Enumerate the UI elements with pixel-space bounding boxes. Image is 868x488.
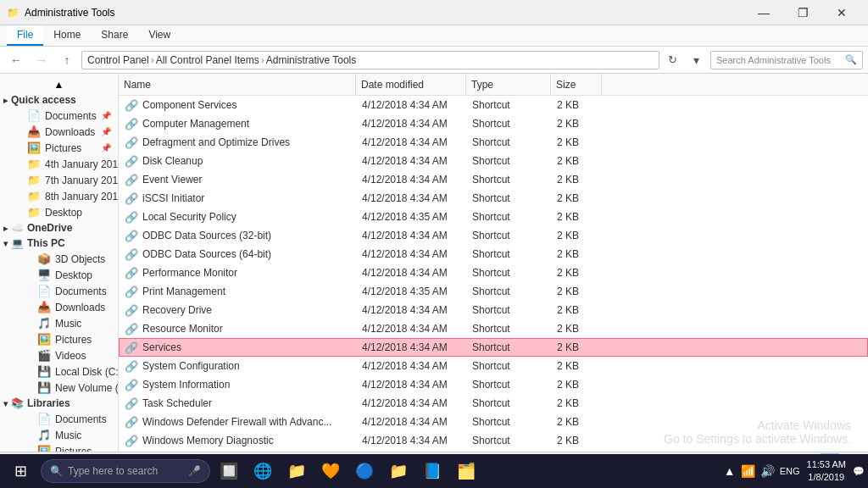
table-row[interactable]: 🔗Resource Monitor4/12/2018 4:34 AMShortc… xyxy=(119,319,868,338)
file-size-cell: 2 KB xyxy=(552,136,603,148)
table-row[interactable]: 🔗ODBC Data Sources (64-bit)4/12/2018 4:3… xyxy=(119,245,868,263)
refresh-button[interactable]: ↻ xyxy=(663,51,682,69)
sidebar-item-localdisk[interactable]: 💾 Local Disk (C:) xyxy=(0,363,118,380)
sidebar-item-documents-lib[interactable]: 📄 Documents xyxy=(0,411,118,427)
col-header-date[interactable]: Date modified xyxy=(356,74,466,95)
tab-view[interactable]: View xyxy=(138,25,181,46)
sidebar-group-onedrive[interactable]: ▸ ☁️ OneDrive xyxy=(0,220,118,236)
mic-button[interactable]: 🎤 xyxy=(188,465,201,477)
sidebar-item-desktop-qa[interactable]: 📁 Desktop xyxy=(0,204,118,220)
table-row[interactable]: 🔗iSCSI Initiator4/12/2018 4:34 AMShortcu… xyxy=(119,189,868,208)
sidebar-item-downloads[interactable]: 📥 Downloads 📌 xyxy=(0,124,118,140)
clock[interactable]: 11:53 AM 1/8/2019 xyxy=(807,458,846,485)
forward-button[interactable]: → xyxy=(31,49,53,71)
lang-indicator[interactable]: ENG xyxy=(780,466,800,476)
volume-icon[interactable]: 🔊 xyxy=(760,464,775,478)
file-type-cell: Shortcut xyxy=(467,174,552,186)
documents-icon: 📄 xyxy=(27,109,41,122)
table-row[interactable]: 🔗Windows Memory Diagnostic4/12/2018 4:34… xyxy=(119,431,868,450)
col-header-size[interactable]: Size xyxy=(551,74,602,95)
pictures-icon: 🖼️ xyxy=(27,141,41,154)
sidebar-item-3dobjects[interactable]: 📦 3D Objects xyxy=(0,251,118,267)
table-row[interactable]: 🔗ODBC Data Sources (32-bit)4/12/2018 4:3… xyxy=(119,226,868,245)
clock-time: 11:53 AM xyxy=(807,458,846,471)
tab-share[interactable]: Share xyxy=(91,25,138,46)
tray-arrow[interactable]: ▲ xyxy=(724,464,736,478)
path-part-3[interactable]: Administrative Tools xyxy=(266,54,357,66)
table-row[interactable]: 🔗Computer Management4/12/2018 4:34 AMSho… xyxy=(119,114,868,133)
table-row[interactable]: 🔗Disk Cleanup4/12/2018 4:34 AMShortcut2 … xyxy=(119,152,868,170)
sidebar-item-label: 4th January 2019 xyxy=(45,158,118,170)
notification-button[interactable]: 💬 xyxy=(853,466,865,477)
sidebar-item-music-lib[interactable]: 🎵 Music xyxy=(0,427,118,443)
file-list-container: Name Date modified Type Size 🔗Component … xyxy=(119,74,868,452)
file-date-cell: 4/12/2018 4:34 AM xyxy=(357,360,467,372)
sidebar-item-pictures-lib[interactable]: 🖼️ Pictures xyxy=(0,443,118,452)
file-size-cell: 2 KB xyxy=(552,248,603,260)
sidebar-item-videos-pc[interactable]: 🎬 Videos xyxy=(0,347,118,363)
sidebar-item-4thjan[interactable]: 📁 4th January 2019 xyxy=(0,156,118,172)
skype-button[interactable]: 🗂️ xyxy=(451,456,481,486)
file-size-cell: 2 KB xyxy=(552,379,603,391)
sidebar-item-pictures-pc[interactable]: 🖼️ Pictures xyxy=(0,331,118,347)
sidebar-item-documents[interactable]: 📄 Documents 📌 xyxy=(0,108,118,124)
word-button[interactable]: 📘 xyxy=(417,456,448,486)
col-header-name[interactable]: Name xyxy=(119,74,356,95)
back-button[interactable]: ← xyxy=(5,49,27,71)
table-row[interactable]: 🔗System Information4/12/2018 4:34 AMShor… xyxy=(119,375,868,394)
sidebar-item-7thjan[interactable]: 📁 7th January 2019 xyxy=(0,172,118,188)
maximize-button[interactable]: ❐ xyxy=(783,0,822,25)
close-button[interactable]: ✕ xyxy=(822,0,861,25)
sidebar-item-downloads-pc[interactable]: 📥 Downloads xyxy=(0,299,118,315)
search-box[interactable]: Search Administrative Tools 🔍 xyxy=(710,51,863,69)
file-type-cell: Shortcut xyxy=(467,323,552,335)
sidebar-item-label: Downloads xyxy=(55,302,105,313)
sidebar-item-music-pc[interactable]: 🎵 Music xyxy=(0,315,118,331)
sidebar-group-libraries[interactable]: ▾ 📚 Libraries xyxy=(0,396,118,411)
table-row[interactable]: 🔗Local Security Policy4/12/2018 4:35 AMS… xyxy=(119,208,868,226)
file-icon: 🔗 xyxy=(125,248,138,261)
clock-date: 1/8/2019 xyxy=(807,471,846,484)
path-part-2[interactable]: All Control Panel Items xyxy=(156,54,259,66)
minimize-button[interactable]: — xyxy=(744,0,783,25)
dropdown-button[interactable]: ▾ xyxy=(685,49,707,71)
table-row[interactable]: 🔗Recovery Drive4/12/2018 4:34 AMShortcut… xyxy=(119,301,868,319)
sidebar-item-label: Documents xyxy=(55,413,107,425)
sidebar-item-pictures[interactable]: 🖼️ Pictures 📌 xyxy=(0,140,118,156)
start-button[interactable]: ⊞ xyxy=(3,454,37,488)
scroll-up[interactable]: ▲ xyxy=(0,77,118,92)
search-icon[interactable]: 🔍 xyxy=(845,54,857,65)
taskview-button[interactable]: 🔲 xyxy=(214,456,244,486)
chrome-button[interactable]: 🔵 xyxy=(349,456,380,486)
edge-button[interactable]: 🌐 xyxy=(248,456,278,486)
taskbar-search[interactable]: 🔍 Type here to search 🎤 xyxy=(41,459,210,483)
tab-file[interactable]: File xyxy=(7,25,43,46)
table-row[interactable]: 🔗Windows Defender Firewall with Advanc..… xyxy=(119,413,868,431)
up-button[interactable]: ↑ xyxy=(56,49,78,71)
sidebar-item-newvolume[interactable]: 💾 New Volume (D:) xyxy=(0,380,118,396)
sidebar-item-desktop-pc[interactable]: 🖥️ Desktop xyxy=(0,267,118,283)
sidebar-group-thispc[interactable]: ▾ 💻 This PC xyxy=(0,236,118,251)
arrow-icon: ▾ xyxy=(3,239,8,248)
sidebar-group-quick-access[interactable]: ▸ Quick access xyxy=(0,92,118,108)
file-size-cell: 2 KB xyxy=(552,360,603,372)
table-row[interactable]: 🔗System Configuration4/12/2018 4:34 AMSh… xyxy=(119,357,868,375)
address-path[interactable]: Control Panel › All Control Panel Items … xyxy=(81,51,659,69)
table-row[interactable]: 🔗Performance Monitor4/12/2018 4:34 AMSho… xyxy=(119,263,868,282)
table-row[interactable]: 🔗Event Viewer4/12/2018 4:34 AMShortcut2 … xyxy=(119,170,868,189)
tab-home[interactable]: Home xyxy=(43,25,91,46)
table-row[interactable]: 🔗Component Services4/12/2018 4:34 AMShor… xyxy=(119,96,868,114)
network-icon[interactable]: 📶 xyxy=(741,464,755,478)
file-type-cell: Shortcut xyxy=(467,248,552,260)
explorer-button[interactable]: 📁 xyxy=(281,456,312,486)
col-header-type[interactable]: Type xyxy=(466,74,551,95)
path-part-1[interactable]: Control Panel xyxy=(87,54,149,66)
sidebar-item-8thjan[interactable]: 📁 8th January 2019 xyxy=(0,188,118,204)
sidebar-item-documents-pc[interactable]: 📄 Documents xyxy=(0,283,118,299)
vlc-button[interactable]: 🧡 xyxy=(315,456,346,486)
table-row[interactable]: 🔗Defragment and Optimize Drives4/12/2018… xyxy=(119,133,868,152)
folder2-button[interactable]: 📁 xyxy=(383,456,414,486)
table-row[interactable]: 🔗Services4/12/2018 4:34 AMShortcut2 KB xyxy=(119,338,868,357)
table-row[interactable]: 🔗Task Scheduler4/12/2018 4:34 AMShortcut… xyxy=(119,394,868,413)
table-row[interactable]: 🔗Print Management4/12/2018 4:35 AMShortc… xyxy=(119,282,868,301)
